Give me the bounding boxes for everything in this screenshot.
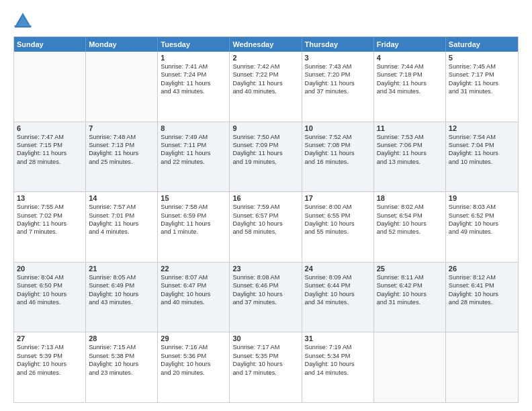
day-number: 18 [377,194,443,202]
cell-info-line: and 28 minutes. [449,298,515,306]
cell-info-line: Sunrise: 8:05 AM [89,273,154,281]
cell-info-line: and 19 minutes. [232,158,298,166]
cell-info-line: and 52 minutes. [377,228,443,236]
cell-info-line: and 31 minutes. [377,298,443,306]
cell-info-line: Sunset: 5:36 PM [161,352,226,360]
day-number: 14 [89,194,154,202]
cell-info-line: Sunset: 6:46 PM [232,281,298,289]
cell-info-line: Sunset: 7:24 PM [161,71,226,79]
calendar-cell: 19Sunrise: 8:03 AMSunset: 6:52 PMDayligh… [446,192,518,262]
cell-info-line: Daylight: 11 hours [449,149,515,157]
calendar-cell: 3Sunrise: 7:43 AMSunset: 7:20 PMDaylight… [302,52,374,122]
cell-info-line: and 31 minutes. [449,87,515,95]
day-number: 4 [377,54,443,62]
day-number: 17 [305,194,371,202]
calendar-cell: 6Sunrise: 7:47 AMSunset: 7:15 PMDaylight… [14,122,86,192]
day-number: 16 [232,194,298,202]
cell-info-line: Sunset: 7:20 PM [305,71,371,79]
cell-info-line: Sunrise: 7:44 AM [377,62,443,71]
calendar-cell: 31Sunrise: 7:19 AMSunset: 5:34 PMDayligh… [302,332,374,402]
cell-info-line: Daylight: 10 hours [232,290,298,298]
calendar-header: SundayMondayTuesdayWednesdayThursdayFrid… [14,37,518,52]
cell-info-line: Daylight: 10 hours [232,220,298,228]
cell-info-line: and 37 minutes. [305,87,371,95]
cell-info-line: Sunset: 6:50 PM [17,281,83,289]
cell-info-line: Daylight: 11 hours [305,149,371,157]
cell-info-line: and 37 minutes. [232,298,298,306]
calendar-cell: 10Sunrise: 7:52 AMSunset: 7:08 PMDayligh… [302,122,374,192]
cell-info-line: Daylight: 10 hours [305,220,371,228]
cell-info-line: and 14 minutes. [305,369,371,377]
day-number: 22 [161,265,226,273]
col-header-monday: Monday [86,37,158,52]
calendar-cell: 5Sunrise: 7:45 AMSunset: 7:17 PMDaylight… [446,52,518,122]
cell-info-line: Sunset: 6:47 PM [161,281,226,289]
day-number: 25 [377,265,443,273]
cell-info-line: Sunset: 7:01 PM [89,212,154,220]
calendar: SundayMondayTuesdayWednesdayThursdayFrid… [13,36,519,403]
day-number: 23 [232,265,298,273]
cell-info-line: and 22 minutes. [161,158,226,166]
cell-info-line: Daylight: 10 hours [305,360,371,368]
cell-info-line: Sunrise: 7:52 AM [305,133,371,141]
day-number: 8 [161,124,226,132]
cell-info-line: Daylight: 11 hours [17,149,83,157]
cell-info-line: Sunrise: 8:07 AM [161,273,226,281]
cell-info-line: and 49 minutes. [449,228,515,236]
day-number: 3 [305,54,371,62]
cell-info-line: and 7 minutes. [17,228,83,236]
calendar-row-4: 20Sunrise: 8:04 AMSunset: 6:50 PMDayligh… [14,262,518,332]
col-header-thursday: Thursday [302,37,374,52]
col-header-friday: Friday [374,37,446,52]
calendar-cell: 7Sunrise: 7:48 AMSunset: 7:13 PMDaylight… [86,122,158,192]
day-number: 9 [232,124,298,132]
cell-info-line: Daylight: 10 hours [89,360,154,368]
cell-info-line: and 16 minutes. [305,158,371,166]
cell-info-line: Sunrise: 7:57 AM [89,203,154,211]
cell-info-line: Sunrise: 8:09 AM [305,273,371,281]
cell-info-line: and 13 minutes. [377,158,443,166]
day-number: 31 [305,334,371,342]
cell-info-line: Daylight: 11 hours [161,149,226,157]
day-number: 19 [449,194,515,202]
cell-info-line: Daylight: 10 hours [17,290,83,298]
cell-info-line: Daylight: 11 hours [377,79,443,87]
cell-info-line: Daylight: 10 hours [377,290,443,298]
cell-info-line: Sunrise: 8:08 AM [232,273,298,281]
day-number: 27 [17,334,83,342]
cell-info-line: Sunrise: 7:50 AM [232,133,298,141]
cell-info-line: Sunrise: 7:53 AM [377,133,443,141]
calendar-cell [446,332,518,402]
day-number: 12 [449,124,515,132]
col-header-wednesday: Wednesday [230,37,302,52]
cell-info-line: and 23 minutes. [89,369,154,377]
cell-info-line: Sunrise: 7:17 AM [232,343,298,351]
cell-info-line: Sunrise: 7:16 AM [161,343,226,351]
calendar-cell [14,52,86,122]
cell-info-line: Daylight: 11 hours [232,149,298,157]
cell-info-line: Daylight: 10 hours [17,360,83,368]
day-number: 29 [161,334,226,342]
calendar-cell: 12Sunrise: 7:54 AMSunset: 7:04 PMDayligh… [446,122,518,192]
calendar-cell: 25Sunrise: 8:11 AMSunset: 6:42 PMDayligh… [374,263,446,332]
svg-rect-2 [15,26,32,28]
cell-info-line: Sunset: 7:02 PM [17,212,83,220]
day-number: 11 [377,124,443,132]
calendar-cell: 15Sunrise: 7:58 AMSunset: 6:59 PMDayligh… [158,192,230,262]
cell-info-line: Daylight: 10 hours [305,290,371,298]
calendar-cell: 8Sunrise: 7:49 AMSunset: 7:11 PMDaylight… [158,122,230,192]
cell-info-line: Sunset: 6:42 PM [377,281,443,289]
calendar-body: 1Sunrise: 7:41 AMSunset: 7:24 PMDaylight… [14,52,518,402]
cell-info-line: Sunset: 5:39 PM [17,352,83,360]
cell-info-line: and 34 minutes. [377,87,443,95]
calendar-cell: 9Sunrise: 7:50 AMSunset: 7:09 PMDaylight… [230,122,302,192]
cell-info-line: and 25 minutes. [89,158,154,166]
cell-info-line: and 20 minutes. [161,369,226,377]
day-number: 7 [89,124,154,132]
cell-info-line: Sunrise: 7:45 AM [449,62,515,71]
day-number: 15 [161,194,226,202]
cell-info-line: and 46 minutes. [17,298,83,306]
cell-info-line: Sunset: 7:06 PM [377,141,443,149]
logo-icon [13,11,32,30]
cell-info-line: Sunrise: 8:02 AM [377,203,443,211]
